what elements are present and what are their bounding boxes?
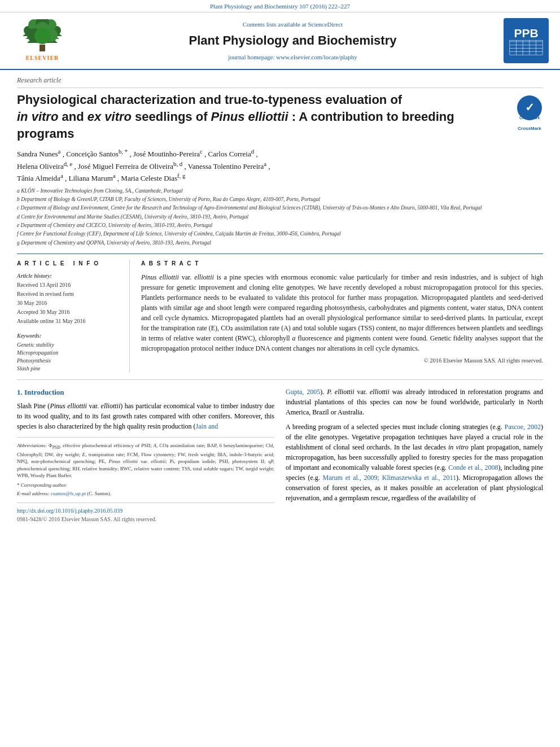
- main-content: Research article Physiological character…: [0, 70, 560, 535]
- body-col-right: Gupta, 2005). P. elliottii var. elliotti…: [286, 387, 543, 523]
- ppb-abbrev: PPB: [506, 19, 546, 63]
- author-3: , José Moutinho-Pereira: [129, 150, 200, 159]
- journal-homepage[interactable]: journal homepage: www.elsevier.com/locat…: [82, 53, 504, 62]
- authors: Sandra Nunesa , Conceição Santosb, * , J…: [17, 147, 543, 184]
- available-date: Available online 31 May 2016: [17, 317, 123, 325]
- article-history: Article history: Received 13 April 2016 …: [17, 272, 123, 325]
- ppb-logo: PPB: [504, 18, 549, 63]
- abstract-column: A B S T R A C T Pinus elliottii var. ell…: [141, 260, 543, 373]
- intro-title: 1. Introduction: [17, 387, 274, 398]
- article-info-column: A R T I C L E I N F O Article history: R…: [17, 260, 130, 373]
- abbreviations-text: Abbreviations: ΦPSII, effective photoche…: [17, 442, 274, 479]
- email-link[interactable]: csantos@fc.up.pt: [51, 491, 86, 496]
- doi-text[interactable]: http://dx.doi.org/10.1016/j.plaphy.2016.…: [17, 508, 123, 514]
- abstract-species: Pinus elliottii: [141, 273, 179, 281]
- author-8: Tânia Almeida: [17, 174, 60, 183]
- elsevier-label: ELSEVIER: [26, 54, 59, 62]
- section-divider: [17, 379, 543, 380]
- intro-para2-start: Gupta, 2005). P. elliottii var. elliotti…: [286, 387, 543, 417]
- author-10-sup: f, g: [177, 172, 185, 179]
- keywords-section: Keywords: Genetic stability Micropropaga…: [17, 332, 123, 373]
- author-3-sup: c: [200, 148, 203, 155]
- title-and: and: [62, 110, 84, 124]
- affil-b: b Department of Biology & GreenUP, CITAB…: [17, 196, 543, 203]
- bottom-links: http://dx.doi.org/10.1016/j.plaphy.2016.…: [17, 503, 274, 523]
- info-dates: Received 13 April 2016 Received in revis…: [17, 281, 123, 325]
- svg-rect-0: [40, 45, 45, 51]
- intro-para1: Slash Pine (Pinus elliottii var. elliott…: [17, 401, 274, 431]
- page: Plant Physiology and Biochemistry 107 (2…: [0, 0, 560, 535]
- body-col-left: 1. Introduction Slash Pine (Pinus elliot…: [17, 387, 274, 523]
- article-title: Physiological characterization and true-…: [17, 91, 543, 142]
- affil-g: g Department of Chemistry and QOPNA, Uni…: [17, 239, 543, 247]
- doi-line[interactable]: http://dx.doi.org/10.1016/j.plaphy.2016.…: [17, 506, 274, 515]
- affil-a: a KLÖN – Innovative Technologies from Cl…: [17, 187, 543, 195]
- author-2-sup: b, *: [119, 148, 128, 155]
- svg-text:PPB: PPB: [514, 27, 538, 40]
- author-1: Sandra Nunes: [17, 150, 58, 159]
- keywords-label: Keywords:: [17, 332, 123, 340]
- issn-text: 0981-9428/© 2016 Elsevier Masson SAS. Al…: [17, 516, 156, 522]
- issn-line: 0981-9428/© 2016 Elsevier Masson SAS. Al…: [17, 515, 274, 523]
- sciencedirect-line: Contents lists available at ScienceDirec…: [82, 20, 504, 29]
- corresponding-author: * Corresponding author.: [17, 482, 274, 489]
- keyword-3: Photosynthesis: [17, 357, 123, 365]
- svg-text:✓: ✓: [525, 101, 535, 113]
- title-rest: seedlings of: [135, 110, 207, 124]
- author-6: , José Miguel Ferreira de Oliveira: [75, 162, 173, 171]
- jain-ref[interactable]: Jain and: [196, 422, 218, 430]
- author-1-sup: a: [58, 148, 61, 155]
- marum-ref[interactable]: Marum et al., 2009; Klimaszewska et al.,…: [323, 474, 456, 482]
- conde-ref[interactable]: Conde et al., 2008: [448, 464, 498, 471]
- title-italic1: in vitro: [17, 110, 58, 124]
- author-10: , Maria Celeste Dias: [117, 174, 177, 183]
- article-info-header: A R T I C L E I N F O: [17, 260, 123, 268]
- affiliations: a KLÖN – Innovative Technologies from Cl…: [17, 187, 543, 247]
- author-4-comma: ,: [256, 150, 257, 159]
- author-5: Helena Oliveira: [17, 162, 64, 171]
- keyword-4: Slash pine: [17, 365, 123, 373]
- abstract-paragraph: Pinus elliottii var. elliottii is a pine…: [141, 272, 543, 353]
- author-9-sup: a: [113, 172, 116, 179]
- abstract-header: A B S T R A C T: [141, 260, 543, 268]
- email-line: E-mail address: csantos@fc.up.pt (C. San…: [17, 490, 274, 497]
- abstract-text: Pinus elliottii var. elliottii is a pine…: [141, 272, 543, 353]
- journal-center: Contents lists available at ScienceDirec…: [82, 20, 504, 62]
- keyword-1: Genetic stability: [17, 341, 123, 349]
- article-title-text: Physiological characterization and true-…: [17, 91, 508, 142]
- title-italic3: Pinus elliottii: [211, 110, 288, 124]
- citation-text: Plant Physiology and Biochemistry 107 (2…: [210, 3, 350, 10]
- author-2: , Conceição Santos: [63, 150, 119, 159]
- article-info-abstract: A R T I C L E I N F O Article history: R…: [17, 254, 543, 373]
- contents-text: Contents lists available at: [243, 21, 307, 28]
- intro-para3: A breeding program of a selected species…: [286, 422, 543, 503]
- author-8-sup: a: [60, 172, 63, 179]
- footnotes: Abbreviations: ΦPSII, effective photoche…: [17, 437, 274, 497]
- history-label: Article history:: [17, 272, 123, 280]
- sciencedirect-link-text[interactable]: ScienceDirect: [308, 21, 343, 28]
- pascoe-ref[interactable]: Pascoe, 2002: [505, 423, 541, 431]
- crossmark-logo[interactable]: ✓ CrossMark CrossMark: [516, 94, 543, 132]
- author-7-comma: ,: [268, 162, 270, 171]
- author-4: , Carlos Correia: [204, 150, 251, 159]
- gupta-ref[interactable]: Gupta, 2005: [286, 388, 320, 396]
- journal-title: Plant Physiology and Biochemistry: [82, 32, 504, 50]
- affil-c: c Department of Biology and Environment,…: [17, 204, 543, 212]
- top-citation-bar: Plant Physiology and Biochemistry 107 (2…: [0, 0, 560, 12]
- svg-text:CrossMark: CrossMark: [519, 116, 540, 120]
- affil-f: f Centre for Functional Ecology (CEF), D…: [17, 230, 543, 238]
- author-6-sup: b, d: [173, 160, 182, 167]
- elsevier-logo: ELSEVIER: [11, 19, 73, 62]
- keyword-2: Micropropagation: [17, 349, 123, 357]
- affil-e: e Department of Chemistry and CICECO, Un…: [17, 222, 543, 229]
- title-italic2: ex vitro: [88, 110, 132, 124]
- article-type: Research article: [17, 76, 543, 88]
- journal-header: ELSEVIER Contents lists available at Sci…: [0, 12, 560, 70]
- author-7: , Vanessa Tolentino Pereira: [185, 162, 264, 171]
- tree-icon: [17, 19, 68, 53]
- author-5-sup: d, e: [64, 160, 73, 167]
- copyright-text: © 2016 Elsevier Masson SAS. All rights r…: [141, 357, 543, 365]
- svg-point-12: [34, 28, 50, 44]
- author-7-sup: a: [264, 160, 266, 167]
- author-9: , Liliana Marum: [65, 174, 113, 183]
